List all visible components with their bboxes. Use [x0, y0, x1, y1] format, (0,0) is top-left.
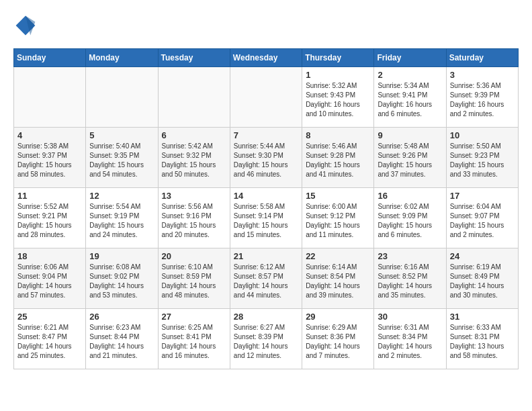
day-info: Sunrise: 6:14 AM Sunset: 8:54 PM Dayligh…	[306, 263, 370, 300]
calendar-week-row: 1Sunrise: 5:32 AM Sunset: 9:43 PM Daylig…	[14, 67, 519, 128]
day-number: 18	[17, 251, 82, 261]
day-number: 10	[450, 130, 515, 140]
calendar-cell: 17Sunrise: 6:04 AM Sunset: 9:07 PM Dayli…	[446, 188, 518, 248]
day-number: 19	[89, 251, 154, 261]
calendar-cell: 20Sunrise: 6:10 AM Sunset: 8:59 PM Dayli…	[158, 248, 230, 309]
calendar-cell	[158, 67, 230, 128]
day-info: Sunrise: 5:38 AM Sunset: 9:37 PM Dayligh…	[17, 142, 82, 179]
day-number: 3	[450, 70, 515, 80]
day-number: 7	[234, 130, 298, 140]
day-number: 26	[89, 312, 154, 322]
weekday-header-thursday: Thursday	[302, 49, 374, 67]
day-number: 12	[89, 191, 154, 201]
day-info: Sunrise: 5:46 AM Sunset: 9:28 PM Dayligh…	[306, 142, 370, 179]
calendar-cell: 8Sunrise: 5:46 AM Sunset: 9:28 PM Daylig…	[302, 128, 374, 188]
calendar-cell: 3Sunrise: 5:36 AM Sunset: 9:39 PM Daylig…	[446, 67, 518, 128]
day-number: 13	[162, 191, 226, 201]
day-info: Sunrise: 6:04 AM Sunset: 9:07 PM Dayligh…	[450, 202, 515, 240]
day-number: 17	[450, 191, 515, 201]
day-number: 2	[378, 70, 442, 80]
day-info: Sunrise: 6:29 AM Sunset: 8:36 PM Dayligh…	[306, 323, 370, 361]
calendar-week-row: 25Sunrise: 6:21 AM Sunset: 8:47 PM Dayli…	[14, 309, 519, 369]
calendar-cell	[230, 67, 302, 128]
calendar-cell: 21Sunrise: 6:12 AM Sunset: 8:57 PM Dayli…	[230, 248, 302, 309]
day-info: Sunrise: 6:23 AM Sunset: 8:44 PM Dayligh…	[89, 323, 154, 361]
calendar-cell: 25Sunrise: 6:21 AM Sunset: 8:47 PM Dayli…	[14, 309, 86, 369]
day-info: Sunrise: 6:31 AM Sunset: 8:34 PM Dayligh…	[378, 323, 442, 361]
day-number: 20	[162, 251, 226, 261]
day-number: 27	[162, 312, 226, 322]
calendar-cell	[14, 67, 86, 128]
day-info: Sunrise: 5:36 AM Sunset: 9:39 PM Dayligh…	[450, 81, 515, 119]
calendar-cell: 9Sunrise: 5:48 AM Sunset: 9:26 PM Daylig…	[374, 128, 446, 188]
day-number: 11	[17, 191, 82, 201]
day-info: Sunrise: 6:25 AM Sunset: 8:41 PM Dayligh…	[162, 323, 226, 361]
calendar-cell: 30Sunrise: 6:31 AM Sunset: 8:34 PM Dayli…	[374, 309, 446, 369]
calendar-week-row: 18Sunrise: 6:06 AM Sunset: 9:04 PM Dayli…	[14, 248, 519, 309]
day-info: Sunrise: 5:58 AM Sunset: 9:14 PM Dayligh…	[234, 202, 298, 240]
day-info: Sunrise: 6:02 AM Sunset: 9:09 PM Dayligh…	[378, 202, 442, 240]
calendar-week-row: 11Sunrise: 5:52 AM Sunset: 9:21 PM Dayli…	[14, 188, 519, 248]
day-info: Sunrise: 6:19 AM Sunset: 8:49 PM Dayligh…	[450, 263, 515, 300]
calendar-week-row: 4Sunrise: 5:38 AM Sunset: 9:37 PM Daylig…	[14, 128, 519, 188]
day-info: Sunrise: 5:54 AM Sunset: 9:19 PM Dayligh…	[89, 202, 154, 240]
day-info: Sunrise: 5:34 AM Sunset: 9:41 PM Dayligh…	[378, 81, 442, 119]
day-number: 24	[450, 251, 515, 261]
day-number: 21	[234, 251, 298, 261]
weekday-header-tuesday: Tuesday	[158, 49, 230, 67]
day-number: 14	[234, 191, 298, 201]
day-number: 1	[306, 70, 370, 80]
day-number: 8	[306, 130, 370, 140]
day-number: 25	[17, 312, 82, 322]
calendar-cell: 5Sunrise: 5:40 AM Sunset: 9:35 PM Daylig…	[86, 128, 158, 188]
day-info: Sunrise: 5:42 AM Sunset: 9:32 PM Dayligh…	[162, 142, 226, 179]
calendar-table: SundayMondayTuesdayWednesdayThursdayFrid…	[13, 48, 519, 369]
day-info: Sunrise: 5:44 AM Sunset: 9:30 PM Dayligh…	[234, 142, 298, 179]
day-info: Sunrise: 6:12 AM Sunset: 8:57 PM Dayligh…	[234, 263, 298, 300]
weekday-header-friday: Friday	[374, 49, 446, 67]
calendar-cell: 18Sunrise: 6:06 AM Sunset: 9:04 PM Dayli…	[14, 248, 86, 309]
weekday-header-monday: Monday	[86, 49, 158, 67]
calendar-cell: 1Sunrise: 5:32 AM Sunset: 9:43 PM Daylig…	[302, 67, 374, 128]
day-number: 4	[17, 130, 82, 140]
logo-icon	[13, 13, 38, 38]
day-number: 31	[450, 312, 515, 322]
day-info: Sunrise: 6:33 AM Sunset: 8:31 PM Dayligh…	[450, 323, 515, 361]
day-number: 22	[306, 251, 370, 261]
day-info: Sunrise: 5:32 AM Sunset: 9:43 PM Dayligh…	[306, 81, 370, 119]
calendar-cell: 22Sunrise: 6:14 AM Sunset: 8:54 PM Dayli…	[302, 248, 374, 309]
calendar-cell: 4Sunrise: 5:38 AM Sunset: 9:37 PM Daylig…	[14, 128, 86, 188]
calendar-cell: 27Sunrise: 6:25 AM Sunset: 8:41 PM Dayli…	[158, 309, 230, 369]
weekday-header-wednesday: Wednesday	[230, 49, 302, 67]
calendar-cell: 10Sunrise: 5:50 AM Sunset: 9:23 PM Dayli…	[446, 128, 518, 188]
day-info: Sunrise: 5:52 AM Sunset: 9:21 PM Dayligh…	[17, 202, 82, 240]
day-info: Sunrise: 6:08 AM Sunset: 9:02 PM Dayligh…	[89, 263, 154, 300]
calendar-cell: 19Sunrise: 6:08 AM Sunset: 9:02 PM Dayli…	[86, 248, 158, 309]
day-info: Sunrise: 5:50 AM Sunset: 9:23 PM Dayligh…	[450, 142, 515, 179]
day-number: 28	[234, 312, 298, 322]
calendar-cell: 14Sunrise: 5:58 AM Sunset: 9:14 PM Dayli…	[230, 188, 302, 248]
calendar-cell: 24Sunrise: 6:19 AM Sunset: 8:49 PM Dayli…	[446, 248, 518, 309]
day-info: Sunrise: 6:16 AM Sunset: 8:52 PM Dayligh…	[378, 263, 442, 300]
calendar-cell: 11Sunrise: 5:52 AM Sunset: 9:21 PM Dayli…	[14, 188, 86, 248]
day-number: 16	[378, 191, 442, 201]
weekday-header-saturday: Saturday	[446, 49, 518, 67]
day-info: Sunrise: 6:06 AM Sunset: 9:04 PM Dayligh…	[17, 263, 82, 300]
day-number: 30	[378, 312, 442, 322]
calendar-cell: 31Sunrise: 6:33 AM Sunset: 8:31 PM Dayli…	[446, 309, 518, 369]
day-info: Sunrise: 6:27 AM Sunset: 8:39 PM Dayligh…	[234, 323, 298, 361]
calendar-cell: 6Sunrise: 5:42 AM Sunset: 9:32 PM Daylig…	[158, 128, 230, 188]
day-number: 23	[378, 251, 442, 261]
day-number: 29	[306, 312, 370, 322]
weekday-header-sunday: Sunday	[14, 49, 86, 67]
calendar-cell: 29Sunrise: 6:29 AM Sunset: 8:36 PM Dayli…	[302, 309, 374, 369]
day-number: 5	[89, 130, 154, 140]
weekday-header-row: SundayMondayTuesdayWednesdayThursdayFrid…	[14, 49, 519, 67]
calendar-cell: 12Sunrise: 5:54 AM Sunset: 9:19 PM Dayli…	[86, 188, 158, 248]
calendar-cell: 15Sunrise: 6:00 AM Sunset: 9:12 PM Dayli…	[302, 188, 374, 248]
day-info: Sunrise: 5:48 AM Sunset: 9:26 PM Dayligh…	[378, 142, 442, 179]
calendar-cell: 7Sunrise: 5:44 AM Sunset: 9:30 PM Daylig…	[230, 128, 302, 188]
page-header	[13, 13, 519, 38]
day-info: Sunrise: 6:00 AM Sunset: 9:12 PM Dayligh…	[306, 202, 370, 240]
calendar-cell: 23Sunrise: 6:16 AM Sunset: 8:52 PM Dayli…	[374, 248, 446, 309]
